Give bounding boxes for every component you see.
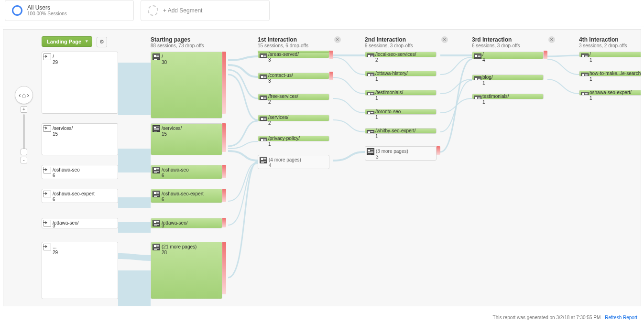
dropoff-bar (222, 218, 226, 227)
dropoff-bar (329, 72, 333, 80)
enter-icon (44, 220, 51, 226)
page-icon (367, 73, 374, 76)
segment-subtitle: 100.00% Sessions (27, 11, 67, 17)
page-icon (581, 92, 589, 96)
page-icon (367, 111, 374, 115)
landing-node[interactable]: /oshawa-seo 6 (42, 165, 118, 179)
page-icon (153, 220, 160, 226)
enter-icon (44, 191, 51, 197)
page-icon (474, 96, 481, 99)
page-icon (367, 92, 374, 96)
add-segment-button[interactable]: + Add Segment (141, 0, 270, 21)
more-pages-node[interactable]: (4 more pages) 4 (258, 155, 329, 169)
landing-node[interactable]: /oshawa-seo-expert 6 (42, 189, 118, 203)
landing-node[interactable]: /ottawa-seo/ 3 (42, 218, 118, 228)
page-icon (153, 191, 160, 197)
page-icon (153, 54, 160, 60)
zoom-in-button[interactable]: + (21, 106, 27, 113)
dimension-selector[interactable]: Landing Page (42, 36, 92, 47)
dropoff-bar (222, 123, 226, 152)
enter-icon (44, 54, 51, 60)
more-pages-node[interactable]: (3 more pages) 3 (365, 146, 437, 161)
home-icon: ⌂ (22, 92, 26, 98)
dropoff-bar (222, 189, 226, 202)
start-node[interactable]: /oshawa-seo 6 (151, 165, 222, 179)
enter-icon (44, 125, 51, 132)
landing-node[interactable]: ... 29 (42, 242, 118, 299)
int4-node[interactable] (579, 52, 641, 57)
dropoff-bar (329, 51, 333, 59)
dropoff-bar (222, 52, 226, 114)
chevron-left-icon: ‹ (19, 92, 21, 98)
page-icon (581, 54, 589, 57)
start-node[interactable]: / 30 (151, 52, 222, 118)
page-icon (153, 244, 160, 250)
start-node[interactable]: /services/ 15 (151, 123, 222, 155)
close-col-int3[interactable]: ✕ (548, 36, 555, 43)
page-icon (474, 54, 481, 59)
page-icon (367, 130, 374, 134)
settings-button[interactable]: ⚙ (97, 37, 107, 47)
page-icon (260, 117, 267, 121)
segment-all-users[interactable]: All Users 100.00% Sessions (5, 0, 134, 21)
dropoff-bar (222, 165, 226, 178)
close-col-int2[interactable]: ✕ (441, 36, 448, 43)
landing-node[interactable]: / 29 (42, 52, 118, 114)
chevron-right-icon: › (27, 92, 29, 98)
zoom-out-button[interactable]: - (21, 157, 27, 163)
add-segment-icon (148, 5, 158, 16)
enter-icon (44, 244, 51, 250)
page-icon (474, 76, 481, 80)
zoom-track[interactable] (23, 114, 25, 155)
zoom-slider: + - (21, 106, 27, 163)
start-node[interactable]: (21 more pages) 28 (151, 242, 222, 299)
dropoff-bar (222, 242, 226, 294)
page-icon (153, 167, 160, 173)
page-icon (260, 138, 267, 141)
segment-bar: All Users 100.00% Sessions + Add Segment (0, 0, 644, 26)
start-node[interactable]: /oshawa-seo-expert 6 (151, 189, 222, 203)
add-segment-label: + Add Segment (163, 7, 202, 14)
start-node[interactable]: /ottawa-seo/ 3 (151, 218, 222, 228)
segment-title: All Users (27, 4, 67, 11)
page-icon (367, 148, 374, 155)
page-icon (260, 157, 267, 163)
segment-ring-icon (12, 5, 22, 16)
landing-node[interactable]: /services/ 15 (42, 123, 118, 155)
page-icon (260, 75, 267, 79)
dropoff-bar (544, 51, 547, 59)
home-button[interactable]: ‹ ⌂ › (15, 86, 33, 104)
page-icon (581, 73, 589, 76)
close-col-int1[interactable]: ✕ (334, 36, 341, 43)
page-icon (260, 96, 267, 100)
dropoff-bar (437, 146, 440, 155)
page-icon (153, 125, 160, 132)
enter-icon (44, 167, 51, 173)
page-icon (367, 54, 374, 57)
col-int4: 4th Interaction3 sessions, 2 drop-offs ✕ (579, 36, 641, 306)
page-icon (260, 54, 267, 58)
flow-canvas: ‹ ⌂ › + - (3, 29, 641, 306)
zoom-handle[interactable] (21, 149, 27, 155)
